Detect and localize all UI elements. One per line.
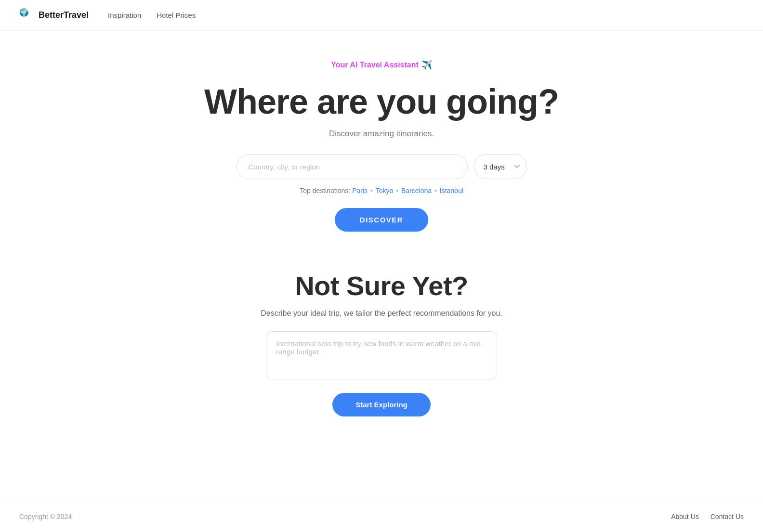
dest-sep-3: •: [434, 187, 439, 195]
not-sure-title: Not Sure Yet?: [295, 270, 468, 301]
dest-istanbul[interactable]: Istanbul: [440, 187, 463, 195]
dest-tokyo[interactable]: Tokyo: [376, 187, 394, 195]
days-select[interactable]: 1 day 2 days 3 days 5 days 7 days 10 day…: [474, 154, 527, 179]
trip-description-textarea[interactable]: [266, 331, 497, 379]
footer-links: About Us Contact Us: [671, 513, 744, 520]
top-destinations: Top destinations: Paris • Tokyo • Barcel…: [300, 187, 463, 195]
dest-barcelona[interactable]: Barcelona: [401, 187, 432, 195]
not-sure-section: Not Sure Yet? Describe your ideal trip, …: [0, 232, 763, 416]
ai-badge: Your AI Travel Assistant ✈️: [331, 60, 432, 70]
search-row: 1 day 2 days 3 days 5 days 7 days 10 day…: [237, 154, 527, 179]
logo-link[interactable]: 🌍 BetterTravel: [19, 8, 89, 23]
destination-input[interactable]: [237, 154, 468, 179]
header: 🌍 BetterTravel Inspiration Hotel Prices: [0, 0, 763, 31]
nav-hotel-prices[interactable]: Hotel Prices: [157, 11, 196, 19]
footer-about-us[interactable]: About Us: [671, 513, 699, 520]
logo-text: BetterTravel: [39, 10, 89, 20]
discover-button[interactable]: DISCOVER: [335, 208, 428, 232]
hero-section: Your AI Travel Assistant ✈️ Where are yo…: [0, 31, 763, 232]
nav-inspiration[interactable]: Inspiration: [108, 11, 141, 19]
logo-icon: 🌍: [19, 8, 35, 23]
ai-badge-icon: ✈️: [421, 60, 432, 70]
footer-copyright: Copyright © 2024: [19, 513, 72, 520]
ai-badge-text: Your AI Travel Assistant: [331, 61, 419, 69]
dest-sep-2: •: [396, 187, 400, 195]
main-nav: Inspiration Hotel Prices: [108, 11, 196, 19]
top-destinations-label: Top destinations:: [300, 187, 350, 195]
footer-contact-us[interactable]: Contact Us: [710, 513, 744, 520]
hero-title: Where are you going?: [204, 82, 559, 121]
main-content: Your AI Travel Assistant ✈️ Where are yo…: [0, 31, 763, 501]
not-sure-subtitle: Describe your ideal trip, we tailor the …: [261, 309, 502, 318]
dest-sep-1: •: [370, 187, 375, 195]
start-exploring-button[interactable]: Start Exploring: [332, 393, 431, 416]
footer: Copyright © 2024 About Us Contact Us: [0, 501, 763, 532]
hero-subtitle: Discover amazing itineraries.: [329, 129, 434, 139]
dest-paris[interactable]: Paris: [352, 187, 368, 195]
